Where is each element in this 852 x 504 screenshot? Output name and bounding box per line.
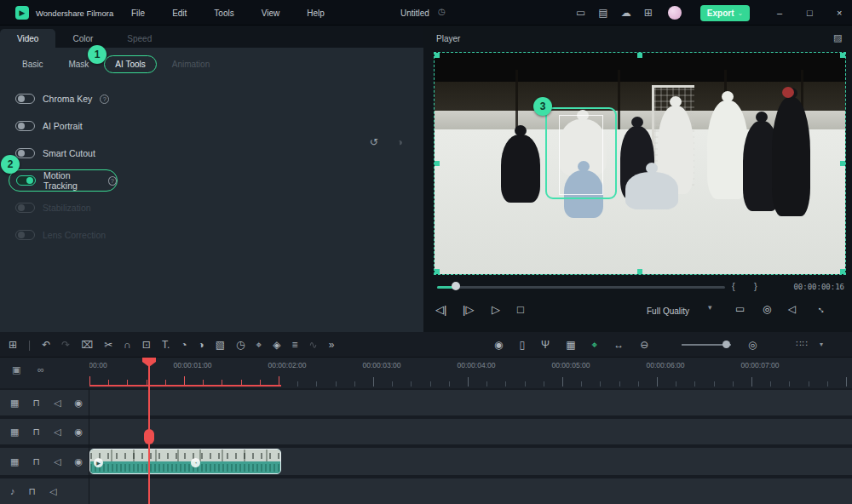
mask-tool-icon[interactable]: ▧ xyxy=(216,340,225,350)
selection-handle[interactable] xyxy=(840,161,845,166)
screen-record-icon[interactable]: ▦ xyxy=(566,340,575,350)
help-icon[interactable]: ? xyxy=(108,176,117,186)
display-device-icon[interactable]: ▭ xyxy=(735,303,745,315)
clip-effect-badge[interactable]: ◔ xyxy=(191,458,200,467)
eye-icon[interactable]: ◉ xyxy=(74,456,83,467)
selection-handle[interactable] xyxy=(840,53,845,58)
motion-track-active-icon[interactable]: ⌖ xyxy=(591,340,597,350)
tab-video[interactable]: Video xyxy=(0,29,55,48)
video-track-icon[interactable]: ▦ xyxy=(10,427,19,438)
stop-button[interactable]: □ xyxy=(517,303,524,316)
motion-tracking-box[interactable] xyxy=(545,107,617,199)
mute-icon[interactable]: ◁ xyxy=(54,427,60,438)
delete-icon[interactable]: ⌧ xyxy=(81,340,93,350)
video-clip[interactable]: ▶ ◔ xyxy=(89,449,281,474)
selection-handle[interactable] xyxy=(637,269,642,274)
menu-tools[interactable]: Tools xyxy=(202,9,245,18)
speed-icon[interactable]: ◔ xyxy=(181,340,187,350)
reset-effect-icon[interactable]: ↺ xyxy=(370,136,378,148)
more-tools-icon[interactable]: » xyxy=(329,340,335,350)
undo-icon[interactable]: ↶ xyxy=(42,340,50,350)
toggle-switch[interactable] xyxy=(15,94,35,104)
quality-caret-icon[interactable]: ▾ xyxy=(708,303,712,312)
adjust-icon[interactable]: ≡ xyxy=(292,340,298,350)
keyboard-shortcut-icon[interactable]: ⊞ xyxy=(644,8,653,18)
audio-track-row[interactable]: ♪⊓◁ xyxy=(0,478,852,504)
mark-out-icon[interactable]: } xyxy=(754,281,757,291)
magnet-icon[interactable]: ∩ xyxy=(124,340,131,350)
lock-icon[interactable]: ⊓ xyxy=(32,398,40,409)
playback-scrubber[interactable] xyxy=(437,286,725,289)
track-row-2[interactable]: ▦⊓◁◉ xyxy=(0,419,852,444)
avatar[interactable] xyxy=(668,6,682,20)
fullscreen-icon[interactable]: ↔ xyxy=(815,301,830,317)
lock-icon[interactable]: ⊓ xyxy=(32,427,40,438)
mute-icon[interactable]: ◁ xyxy=(54,398,60,409)
subtab-animation[interactable]: Animation xyxy=(162,56,220,72)
manage-tracks-icon[interactable]: ▣ xyxy=(12,364,20,375)
track-manager-icon[interactable]: ∷∷ xyxy=(796,339,809,348)
mute-icon[interactable]: ◁ xyxy=(49,486,56,497)
toggle-switch[interactable] xyxy=(15,203,35,213)
menu-help[interactable]: Help xyxy=(295,9,337,18)
toggle-switch[interactable] xyxy=(15,121,35,131)
video-track-icon[interactable]: ▦ xyxy=(10,398,19,409)
next-frame-button[interactable]: |▷ xyxy=(463,303,474,316)
eye-icon[interactable]: ◉ xyxy=(74,398,83,409)
mark-in-icon[interactable]: { xyxy=(732,281,735,291)
split-icon[interactable]: ✂ xyxy=(104,340,112,350)
play-button[interactable]: ▷ xyxy=(492,303,500,316)
maximize-button[interactable]: □ xyxy=(807,8,813,18)
redo-icon[interactable]: ↷ xyxy=(61,340,70,350)
workspace-layout-icon[interactable]: ▭ xyxy=(576,8,585,18)
help-icon[interactable]: ? xyxy=(100,94,109,104)
selection-handle[interactable] xyxy=(435,269,440,274)
playhead-grip[interactable] xyxy=(144,429,154,444)
player-media-icon[interactable]: ▨ xyxy=(833,32,842,43)
video-preview[interactable]: 3 xyxy=(435,53,845,274)
audio-track-icon[interactable]: ♪ xyxy=(10,486,15,496)
tracking-icon[interactable]: ⌖ xyxy=(256,340,262,350)
text-tool-icon[interactable]: T. xyxy=(162,340,170,350)
toolbar-divider[interactable]: | xyxy=(28,340,31,350)
menu-view[interactable]: View xyxy=(250,9,292,18)
zoom-fit-icon[interactable]: ◎ xyxy=(748,340,757,350)
minimize-button[interactable]: – xyxy=(777,8,782,18)
quality-selector[interactable]: Full Quality xyxy=(647,306,689,316)
keyframe-icon[interactable]: ◈ xyxy=(273,340,280,350)
project-history-icon[interactable]: ◷ xyxy=(438,8,446,16)
phone-export-icon[interactable]: ▯ xyxy=(519,340,525,350)
snapshot-icon[interactable]: ◎ xyxy=(763,303,771,315)
subtab-basic[interactable]: Basic xyxy=(12,56,53,72)
export-button[interactable]: Export ⌄ xyxy=(700,5,750,21)
menu-file[interactable]: File xyxy=(119,9,157,18)
color-palette-icon[interactable]: ◑ xyxy=(198,340,204,350)
link-clips-icon[interactable]: ∞ xyxy=(37,364,44,375)
speaker-icon[interactable]: ◁ xyxy=(788,303,796,315)
timer-icon[interactable]: ◷ xyxy=(236,340,245,350)
previous-frame-button[interactable]: ◁| xyxy=(435,303,446,316)
selection-handle[interactable] xyxy=(435,161,440,166)
zoom-out-icon[interactable]: ⊖ xyxy=(640,340,648,350)
selection-handle[interactable] xyxy=(637,53,642,58)
track-row-1[interactable]: ▦⊓◁◉ xyxy=(0,390,852,415)
toggle-switch[interactable] xyxy=(15,230,35,240)
mark-range-icon[interactable]: ↔ xyxy=(613,340,624,350)
crop-icon[interactable]: ⊡ xyxy=(142,340,151,350)
audio-stretch-icon[interactable]: ∿ xyxy=(309,340,318,350)
selection-handle[interactable] xyxy=(840,269,845,274)
close-button[interactable]: × xyxy=(837,8,842,18)
selection-handle[interactable] xyxy=(435,53,440,58)
clip-play-badge[interactable]: ▶ xyxy=(94,458,103,467)
mute-icon[interactable]: ◁ xyxy=(54,456,60,467)
voiceover-mic-icon[interactable]: Ψ xyxy=(541,340,550,350)
render-preview-icon[interactable]: ◉ xyxy=(494,340,503,350)
cloud-upload-icon[interactable]: ☁ xyxy=(621,8,631,18)
media-library-icon[interactable]: ⊞ xyxy=(9,340,17,350)
toggle-switch[interactable] xyxy=(16,175,36,186)
menu-edit[interactable]: Edit xyxy=(160,9,199,18)
tab-speed[interactable]: Speed xyxy=(110,29,169,48)
lock-icon[interactable]: ⊓ xyxy=(32,456,40,467)
tab-color[interactable]: Color xyxy=(55,29,110,48)
track-manager-caret-icon[interactable]: ▾ xyxy=(820,341,823,348)
